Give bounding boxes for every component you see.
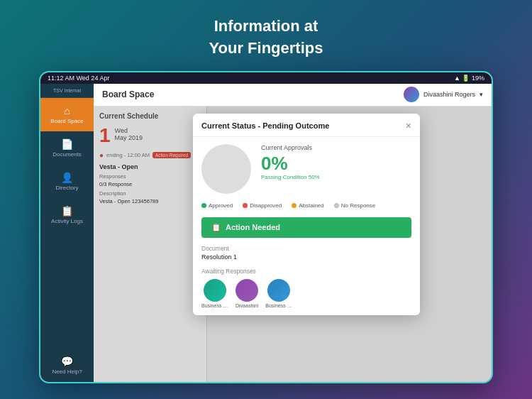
sidebar-item-board-space[interactable]: ⌂ Board Space: [40, 98, 94, 131]
disapproved-label: Disapproved: [250, 202, 282, 209]
approved-label: Approved: [209, 202, 233, 209]
sidebar-item-activity-logs[interactable]: 📋 Activity Logs: [40, 198, 94, 231]
abstained-dot: [292, 203, 297, 208]
sidebar-item-documents[interactable]: 📄 Documents: [40, 131, 94, 165]
device-frame: 11:12 AM Wed 24 Apr ▲ 🔋 19% TSV Internal…: [39, 71, 493, 383]
documents-icon: 📄: [61, 138, 73, 150]
awaiting-label: Awaiting Responses: [201, 268, 411, 275]
chevron-down-icon: ▾: [480, 91, 483, 98]
sidebar-label-directory: Directory: [55, 185, 78, 191]
sidebar-label-documents: Documents: [52, 151, 81, 158]
sidebar-label-activity-logs: Activity Logs: [51, 218, 83, 224]
awaiting-avatar-3: Business + A...: [265, 279, 292, 308]
approval-label: Current Approvals: [261, 144, 411, 151]
top-nav-title: Board Space: [102, 89, 154, 99]
approval-percentage: 0%: [261, 154, 411, 173]
hero-line2: Your Fingertips: [209, 39, 323, 57]
app-shell: TSV Internal ⌂ Board Space 📄 Documents 👤…: [40, 84, 492, 382]
document-value: Resolution 1: [201, 253, 411, 261]
sidebar-label-need-help: Need Help?: [52, 368, 82, 375]
legend-no-response: No Response: [334, 202, 375, 209]
help-icon: 💬: [61, 356, 73, 367]
passing-condition: Passing Condition 50%: [261, 174, 411, 180]
main-content: Current Schedule 1 Wed May 2019 ● ending…: [94, 106, 492, 382]
disapproved-dot: [243, 203, 248, 208]
legend-abstained: Abstained: [292, 202, 324, 209]
status-bar: 11:12 AM Wed 24 Apr ▲ 🔋 19%: [40, 72, 492, 84]
sidebar-bottom: 💬 Need Help?: [40, 349, 94, 382]
awaiting-avatar-img-2: [235, 279, 258, 302]
awaiting-avatar-img-3: [267, 279, 290, 302]
action-needed-button[interactable]: 📋 Action Needed: [201, 217, 411, 238]
status-section: Current Approvals 0% Passing Condition 5…: [201, 144, 411, 194]
close-button[interactable]: ×: [406, 121, 411, 131]
abstained-label: Abstained: [299, 202, 324, 209]
awaiting-name-3: Business + A...: [265, 303, 292, 308]
no-response-label: No Response: [341, 202, 375, 209]
awaiting-section: Awaiting Responses Business Tec... Divaa…: [201, 268, 411, 308]
wifi-icon: ▲: [454, 75, 460, 82]
status-time: 11:12 AM Wed 24 Apr: [48, 75, 109, 82]
home-icon: ⌂: [64, 105, 70, 116]
top-nav: Board Space Divaashini Rogers ▾: [94, 84, 492, 106]
action-button-label: Action Needed: [226, 223, 280, 231]
action-button-icon: 📋: [211, 223, 221, 232]
awaiting-avatar-2: Divaashini: [235, 279, 258, 308]
user-avatar: [404, 87, 419, 102]
sidebar-item-need-help[interactable]: 💬 Need Help?: [40, 349, 94, 382]
sidebar-label-board-space: Board Space: [50, 118, 83, 124]
awaiting-name-2: Divaashini: [235, 303, 258, 308]
legend-disapproved: Disapproved: [243, 202, 282, 209]
directory-icon: 👤: [61, 172, 73, 183]
approval-legend: Approved Disapproved Abstained: [201, 202, 411, 209]
awaiting-avatar-img-1: [204, 279, 226, 302]
awaiting-avatar-1: Business Tec...: [201, 279, 228, 308]
document-label: Document: [201, 245, 411, 252]
sidebar: TSV Internal ⌂ Board Space 📄 Documents 👤…: [40, 84, 94, 382]
hero-line1: Information at: [214, 17, 318, 35]
sidebar-item-directory[interactable]: 👤 Directory: [40, 165, 94, 198]
legend-approved: Approved: [201, 202, 233, 209]
modal-overlay: Current Status - Pending Outcome × Curre…: [94, 106, 492, 382]
modal-header: Current Status - Pending Outcome ×: [193, 114, 420, 137]
profile-avatar: [201, 144, 251, 194]
approved-dot: [201, 203, 206, 208]
modal-title: Current Status - Pending Outcome: [201, 121, 329, 130]
top-nav-right: Divaashini Rogers ▾: [404, 87, 483, 102]
approval-info: Current Approvals 0% Passing Condition 5…: [261, 144, 411, 194]
sidebar-app-name: TSV Internal: [40, 84, 94, 98]
hero-section: Information at Your Fingertips: [209, 0, 323, 71]
awaiting-avatars: Business Tec... Divaashini Business + A.…: [201, 279, 411, 308]
modal-body: Current Approvals 0% Passing Condition 5…: [193, 137, 420, 315]
document-section: Document Resolution 1: [201, 245, 411, 261]
status-battery: ▲ 🔋 19%: [454, 75, 484, 82]
activity-logs-icon: 📋: [61, 205, 73, 217]
status-modal: Current Status - Pending Outcome × Curre…: [193, 114, 420, 315]
no-response-dot: [334, 203, 339, 208]
awaiting-name-1: Business Tec...: [201, 303, 228, 308]
user-name: Divaashini Rogers: [423, 91, 475, 98]
